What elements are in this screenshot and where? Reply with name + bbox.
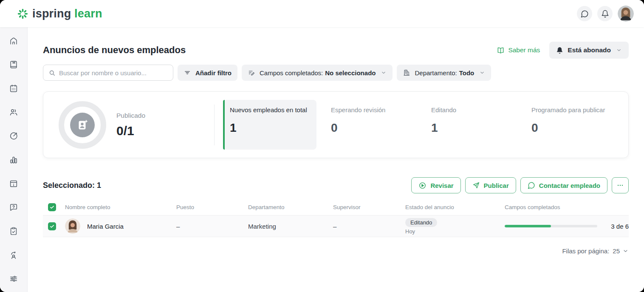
employee-supervisor: – xyxy=(333,223,405,230)
employee-avatar xyxy=(65,218,80,234)
bell-filled-icon xyxy=(556,47,563,54)
fields-progress-label: 3 de 6 xyxy=(611,223,629,230)
notifications-button[interactable] xyxy=(597,6,613,21)
filter-icon xyxy=(184,69,191,77)
stat-waiting-label: Esperando revisión xyxy=(331,106,417,113)
stats-divider xyxy=(214,105,215,145)
add-filter-button[interactable]: Añadir filtro xyxy=(178,65,237,81)
search-input-wrapper xyxy=(43,65,173,81)
ispring-spinner-icon xyxy=(17,8,28,20)
sidebar-item-calendar[interactable] xyxy=(0,77,27,100)
subscribed-button[interactable]: Está abonado xyxy=(549,42,629,59)
header-fields[interactable]: Campos completados xyxy=(505,204,629,210)
completed-fields-value: No seleccionado xyxy=(325,69,376,77)
app-window: ispring learn xyxy=(0,0,644,292)
employee-department: Marketing xyxy=(248,223,333,230)
stat-editing[interactable]: Editando 1 xyxy=(431,100,517,150)
department-label: Departamento: xyxy=(415,69,457,77)
sidebar-item-goals[interactable] xyxy=(0,124,27,148)
rows-per-page-value: 25 xyxy=(613,247,620,255)
stat-total-label: Nuevos empleados en total xyxy=(230,106,310,113)
published-progress-ring xyxy=(59,101,106,149)
contact-employee-label: Contactar empleado xyxy=(539,182,600,189)
bell-icon xyxy=(601,10,609,18)
publish-label: Publicar xyxy=(484,182,509,189)
header-position[interactable]: Puesto xyxy=(176,204,248,210)
status-badge: Editando xyxy=(405,218,437,227)
more-options-button[interactable] xyxy=(612,177,629,193)
topbar-actions xyxy=(577,6,634,22)
employee-name: Maria Garcia xyxy=(87,223,124,230)
sidebar-item-home[interactable] xyxy=(0,29,27,53)
chevron-down-icon xyxy=(381,70,387,76)
completed-fields-filter[interactable]: Campos completados: No seleccionado xyxy=(242,65,393,81)
header-status[interactable]: Estado del anuncio xyxy=(405,204,505,210)
logo-text: ispring learn xyxy=(32,7,102,20)
select-all-checkbox[interactable] xyxy=(48,203,56,211)
publish-button[interactable]: Publicar xyxy=(465,177,516,193)
more-options-icon xyxy=(616,181,624,189)
sidebar-item-settings[interactable] xyxy=(0,267,27,291)
sidebar-item-newsfeed[interactable] xyxy=(0,172,27,196)
main-content: Anuncios de nuevos empleados Saber más xyxy=(28,27,644,292)
play-circle-icon xyxy=(418,181,427,190)
user-avatar[interactable] xyxy=(618,6,634,22)
review-label: Revisar xyxy=(430,182,453,189)
learn-more-link[interactable]: Saber más xyxy=(497,46,540,54)
chevron-down-icon xyxy=(616,47,622,53)
rows-per-page-label: Filas por página: xyxy=(562,247,609,255)
learn-more-label: Saber más xyxy=(508,46,540,54)
chat-icon xyxy=(528,181,535,189)
stat-waiting-review[interactable]: Esperando revisión 0 xyxy=(331,100,417,150)
chat-icon xyxy=(581,10,589,18)
messages-button[interactable] xyxy=(577,6,592,21)
header-supervisor[interactable]: Supervisor xyxy=(333,204,405,210)
fields-progress-bar xyxy=(505,225,597,227)
stat-scheduled[interactable]: Programado para publicar 0 xyxy=(531,100,617,150)
review-button[interactable]: Revisar xyxy=(411,177,460,193)
rows-per-page-select[interactable]: Filas por página: 25 xyxy=(43,247,629,255)
completed-fields-label: Campos completados: xyxy=(260,69,323,77)
stat-scheduled-label: Programado para publicar xyxy=(531,106,617,113)
add-filter-label: Añadir filtro xyxy=(195,69,232,77)
employees-table: Nombre completo Puesto Departamento Supe… xyxy=(43,199,629,237)
stat-scheduled-value: 0 xyxy=(531,121,617,135)
stat-waiting-value: 0 xyxy=(331,121,417,135)
row-checkbox[interactable] xyxy=(48,222,56,230)
goal-icon xyxy=(9,131,18,141)
sidebar-item-tasks[interactable] xyxy=(0,219,27,243)
sliders-icon xyxy=(9,274,18,283)
building-icon xyxy=(403,69,410,77)
header-department[interactable]: Departamento xyxy=(248,204,333,210)
sidebar-item-onboarding[interactable] xyxy=(0,243,27,267)
status-date: Hoy xyxy=(405,228,505,235)
sidebar-item-courses[interactable] xyxy=(0,53,27,77)
search-icon xyxy=(48,69,56,77)
chevron-down-icon xyxy=(622,248,629,254)
sidebar-item-questions[interactable] xyxy=(0,196,27,219)
department-filter[interactable]: Departamento: Todo xyxy=(397,65,491,81)
sidebar-item-users[interactable] xyxy=(0,100,27,124)
selected-count-label: Seleccionado: 1 xyxy=(43,181,101,190)
users-icon xyxy=(9,108,18,117)
sidebar-item-reports[interactable] xyxy=(0,148,27,172)
fields-progress-fill xyxy=(505,225,551,227)
newsfeed-icon xyxy=(9,179,18,188)
stat-total-employees[interactable]: Nuevos empleados en total 1 xyxy=(223,100,316,150)
ispring-learn-logo[interactable]: ispring learn xyxy=(17,7,102,20)
employee-position: – xyxy=(176,223,248,230)
topbar: ispring learn xyxy=(0,0,644,27)
table-header-row: Nombre completo Puesto Departamento Supe… xyxy=(43,199,629,215)
stat-editing-value: 1 xyxy=(431,121,517,135)
contact-employee-button[interactable]: Contactar empleado xyxy=(520,177,607,193)
search-input[interactable] xyxy=(59,69,168,77)
stats-card: Publicado 0/1 Nuevos empleados en total … xyxy=(43,91,629,158)
stat-total-value: 1 xyxy=(230,121,310,135)
header-name[interactable]: Nombre completo xyxy=(65,204,176,210)
home-icon xyxy=(9,36,18,45)
published-user-icon xyxy=(70,113,95,137)
person-gauge-icon xyxy=(9,250,18,260)
table-row[interactable]: Maria Garcia – Marketing – Editando Hoy … xyxy=(43,215,629,237)
filter-edit-icon xyxy=(248,69,255,77)
clipboard-check-icon xyxy=(9,227,18,236)
